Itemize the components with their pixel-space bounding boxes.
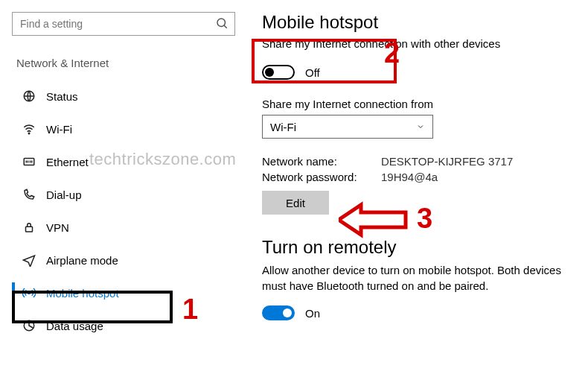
svg-rect-5 xyxy=(26,227,33,232)
sidebar-section-title: Network & Internet xyxy=(16,57,235,69)
sidebar-item-hotspot[interactable]: Mobile hotspot xyxy=(12,276,176,309)
network-name-value: DESKTOP-KIJRFEG 3717 xyxy=(381,155,513,168)
wifi-icon xyxy=(18,122,40,136)
share-from-select[interactable]: Wi-Fi xyxy=(262,115,433,139)
main-content: Mobile hotspot Share my Internet connect… xyxy=(235,12,588,342)
share-toggle[interactable] xyxy=(262,65,295,80)
sidebar-item-label: Data usage xyxy=(46,320,103,332)
sidebar-item-label: Mobile hotspot xyxy=(46,287,119,300)
sidebar-item-label: Ethernet xyxy=(46,156,89,168)
network-password-label: Network password: xyxy=(262,171,381,183)
hotspot-icon xyxy=(18,286,40,300)
sidebar-item-ethernet[interactable]: Ethernet xyxy=(12,145,176,178)
svg-point-6 xyxy=(28,292,31,294)
sidebar-item-label: Wi-Fi xyxy=(46,123,72,136)
remote-toggle-state: On xyxy=(305,307,320,320)
sidebar-item-data-usage[interactable]: Data usage xyxy=(12,309,176,342)
sidebar-item-dialup[interactable]: Dial-up xyxy=(12,178,176,211)
network-name-label: Network name: xyxy=(262,155,381,168)
sidebar-item-label: Airplane mode xyxy=(46,254,118,267)
share-from-value: Wi-Fi xyxy=(270,121,296,133)
search-text[interactable] xyxy=(19,17,215,31)
search-input[interactable] xyxy=(12,12,235,36)
edit-button[interactable]: Edit xyxy=(262,191,329,215)
sidebar-item-airplane[interactable]: Airplane mode xyxy=(12,244,176,276)
svg-point-0 xyxy=(217,19,226,27)
share-description: Share my Internet connection with other … xyxy=(262,37,588,50)
page-title: Mobile hotspot xyxy=(262,12,588,33)
airplane-icon xyxy=(18,253,40,267)
chevron-down-icon xyxy=(416,121,425,133)
svg-line-1 xyxy=(224,25,227,28)
svg-rect-4 xyxy=(24,159,34,165)
sidebar: Network & Internet Status Wi-Fi Ethernet… xyxy=(12,12,235,342)
sidebar-item-wifi[interactable]: Wi-Fi xyxy=(12,113,176,145)
sidebar-item-label: Dial-up xyxy=(46,189,82,201)
data-usage-icon xyxy=(18,319,40,332)
sidebar-item-label: VPN xyxy=(46,221,69,234)
remote-desc: Allow another device to turn on mobile h… xyxy=(262,262,567,294)
remote-toggle[interactable] xyxy=(262,305,295,320)
network-password-value: 19H94@4a xyxy=(381,171,438,183)
svg-point-3 xyxy=(28,133,30,134)
ethernet-icon xyxy=(18,155,40,168)
status-icon xyxy=(18,89,40,103)
search-icon xyxy=(215,16,229,32)
dialup-icon xyxy=(18,188,40,201)
sidebar-item-vpn[interactable]: VPN xyxy=(12,211,176,244)
share-toggle-state: Off xyxy=(305,66,320,79)
remote-title: Turn on remotely xyxy=(262,237,588,258)
sidebar-item-status[interactable]: Status xyxy=(12,80,176,113)
sidebar-item-label: Status xyxy=(46,90,78,103)
share-from-label: Share my Internet connection from xyxy=(262,98,588,110)
vpn-icon xyxy=(18,221,40,234)
